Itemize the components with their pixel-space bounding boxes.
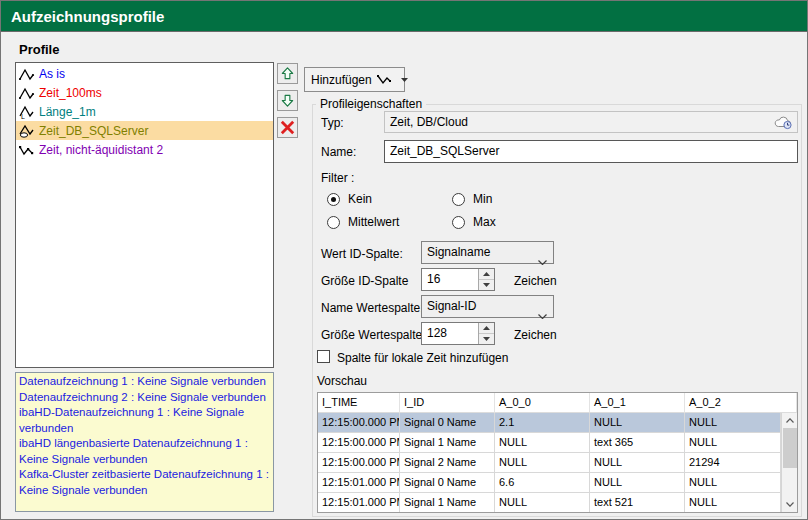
scroll-up-button[interactable]: [782, 413, 797, 428]
table-cell: 12:15:01.000 PM: [318, 493, 400, 513]
lokale-zeit-checkbox-label: Spalte für lokale Zeit hinzufügen: [337, 351, 508, 365]
spin-up-button[interactable]: [479, 269, 494, 280]
scroll-down-button[interactable]: [782, 497, 797, 512]
profile-list-item[interactable]: Zeit_DB_SQLServer: [16, 121, 273, 140]
table-cell: 12:15:00.000 PM: [318, 433, 400, 453]
wert-id-spalte-value: Signalname: [427, 245, 490, 259]
info-line: Datenaufzeichnung 1 : Keine Signale verb…: [19, 374, 270, 390]
wert-id-spalte-label: Wert ID-Spalte:: [321, 247, 403, 261]
name-input[interactable]: Zeit_DB_SQLServer: [384, 140, 798, 163]
table-cell: Signal 1 Name: [400, 433, 495, 453]
table-row[interactable]: 12:15:00.000 PMSignal 0 Name2.1NULLNULL: [318, 413, 797, 433]
lokale-zeit-checkbox[interactable]: [317, 350, 330, 363]
add-button-label: Hinzufügen: [311, 73, 372, 87]
info-line: ibaHD längenbasierte Datenaufzeichnung 1…: [19, 436, 270, 467]
typ-field: Zeit, DB/Cloud: [384, 111, 798, 133]
profile-line-dots-icon: [18, 142, 36, 157]
table-scrollbar[interactable]: [781, 413, 797, 512]
spin-down-button[interactable]: [479, 280, 494, 290]
table-cell: NULL: [685, 413, 781, 433]
profile-curve-icon: [377, 73, 392, 86]
profile-line-L-icon: L: [18, 104, 36, 119]
cloud-clock-icon: [773, 114, 794, 137]
name-value: Zeit_DB_SQLServer: [390, 144, 499, 158]
table-cell: NULL: [495, 453, 590, 473]
profile-line-icon: [18, 66, 36, 81]
table-header-cell: A_0_0: [495, 393, 590, 413]
table-cell: Signal 0 Name: [400, 473, 495, 493]
chevron-down-icon[interactable]: [401, 78, 408, 82]
groesse-id-spalte-label: Größe ID-Spalte: [321, 274, 408, 288]
profile-line-db-icon: [18, 123, 36, 138]
vorschau-label: Vorschau: [317, 374, 367, 388]
spin-down-button[interactable]: [479, 334, 494, 344]
profile-line-icon: [18, 85, 36, 100]
recording-info-box: Datenaufzeichnung 1 : Keine Signale verb…: [15, 372, 274, 512]
table-row[interactable]: 12:15:00.000 PMSignal 2 NameNULLNULL2129…: [318, 453, 797, 473]
groesse-wertespalte-label: Größe Wertespalte:: [321, 328, 425, 342]
spin-up-button[interactable]: [479, 323, 494, 334]
table-cell: 21294: [685, 453, 781, 473]
filter-radio-max[interactable]: [452, 216, 465, 229]
move-profile-up-button[interactable]: [277, 63, 298, 84]
filter-radio-mittelwert[interactable]: [327, 216, 340, 229]
zeichen-label: Zeichen: [514, 274, 557, 288]
table-cell: text 365: [590, 433, 685, 453]
wert-id-spalte-select[interactable]: Signalname: [421, 241, 554, 264]
arrow-down-icon: [280, 93, 295, 108]
delete-profile-button[interactable]: [277, 117, 298, 138]
dialog-title: Aufzeichnungsprofile: [1, 1, 807, 32]
profile-section-heading: Profile: [19, 42, 59, 57]
move-profile-down-button[interactable]: [277, 90, 298, 111]
table-header-cell: I_TIME: [318, 393, 400, 413]
table-row[interactable]: 12:15:01.000 PMSignal 1 NameNULLtext 521…: [318, 493, 797, 513]
table-header-cell: A_0_2: [685, 393, 797, 413]
profile-item-label: As is: [39, 67, 65, 81]
table-row[interactable]: 12:15:00.000 PMSignal 1 NameNULLtext 365…: [318, 433, 797, 453]
groesse-id-spalte-stepper[interactable]: 16: [421, 268, 495, 291]
info-line: ibaHD-Datenaufzeichnung 1 : Keine Signal…: [19, 405, 270, 436]
typ-label: Typ:: [321, 116, 344, 130]
add-profile-button[interactable]: Hinzufügen: [304, 67, 405, 92]
filter-radio-kein[interactable]: [327, 193, 340, 206]
profile-item-label: Zeit_100ms: [39, 86, 102, 100]
name-wertespalte-select[interactable]: Signal-ID: [421, 295, 554, 318]
table-header-cell: A_0_1: [590, 393, 685, 413]
scrollbar-track[interactable]: [782, 468, 797, 497]
profile-list-item[interactable]: LLänge_1m: [16, 102, 273, 121]
table-cell: NULL: [590, 473, 685, 493]
spinner-buttons: [478, 323, 494, 344]
table-cell: NULL: [590, 453, 685, 473]
arrow-up-icon: [280, 66, 295, 81]
scrollbar-thumb[interactable]: [783, 428, 797, 468]
profile-list[interactable]: As isZeit_100msLLänge_1mZeit_DB_SQLServe…: [15, 62, 274, 368]
table-row[interactable]: 12:15:01.000 PMSignal 0 Name6.6NULLNULL: [318, 473, 797, 493]
groesse-wertespalte-value: 128: [427, 326, 447, 340]
table-header-row: I_TIMEI_IDA_0_0A_0_1A_0_2: [318, 393, 797, 413]
typ-value: Zeit, DB/Cloud: [390, 115, 468, 129]
table-cell: 12:15:00.000 PM: [318, 453, 400, 473]
filter-radio-label-max: Max: [473, 216, 496, 229]
info-line: Datenaufzeichnung 2 : Keine Signale verb…: [19, 390, 270, 406]
table-cell: 2.1: [495, 413, 590, 433]
profile-list-item[interactable]: As is: [16, 64, 273, 83]
profile-list-item[interactable]: Zeit_100ms: [16, 83, 273, 102]
table-cell: 6.6: [495, 473, 590, 493]
vorschau-table: I_TIMEI_IDA_0_0A_0_1A_0_2 12:15:00.000 P…: [317, 392, 798, 513]
svg-text:L: L: [21, 112, 25, 119]
groupbox-label: Profileigenschaften: [316, 97, 426, 111]
filter-radio-min[interactable]: [452, 193, 465, 206]
groesse-wertespalte-stepper[interactable]: 128: [421, 322, 495, 345]
table-cell: NULL: [495, 433, 590, 453]
table-cell: NULL: [495, 493, 590, 513]
table-cell: text 521: [590, 493, 685, 513]
table-cell: Signal 2 Name: [400, 453, 495, 473]
table-cell: NULL: [685, 473, 781, 493]
info-line: Kafka-Cluster zeitbasierte Datenaufzeich…: [19, 467, 270, 498]
table-cell: Signal 1 Name: [400, 493, 495, 513]
profile-list-item[interactable]: Zeit, nicht-äquidistant 2: [16, 140, 273, 159]
name-wertespalte-label: Name Wertespalte:: [321, 301, 424, 315]
filter-radio-label-min: Min: [473, 193, 492, 206]
spinner-buttons: [478, 269, 494, 290]
chevron-down-icon: [538, 305, 547, 326]
